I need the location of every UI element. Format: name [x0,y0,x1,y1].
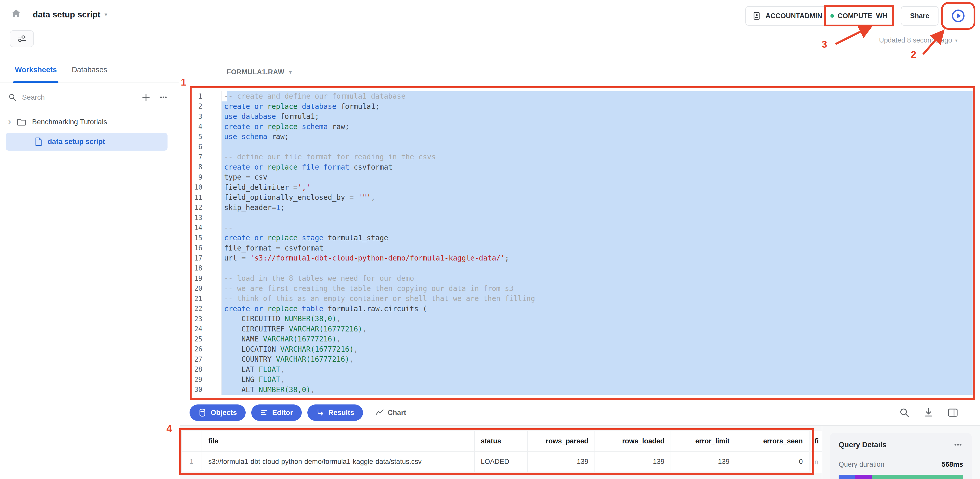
duration-bar-segment-1 [838,475,855,479]
code-line[interactable]: 13 [192,213,972,223]
duration-bar-segment-2 [855,475,872,479]
results-overflow-column: fi n [811,431,822,473]
plus-icon [142,93,151,102]
warehouse-label: COMPUTE_WH [838,12,888,20]
column-header-error_limit[interactable]: error_limit [671,431,736,451]
updated-status-dropdown[interactable]: Updated 8 seconds ago ▾ [879,37,958,44]
results-panel: filestatusrows_parsedrows_loadederror_li… [180,425,980,479]
code-line[interactable]: 29 LNG FLOAT, [192,374,972,385]
code-line[interactable]: 5use schema raw; [192,132,972,142]
download-icon[interactable] [923,407,934,418]
code-line[interactable]: 26 LOCATION VARCHAR(16777216), [192,344,972,355]
ellipsis-icon [159,92,168,102]
code-line[interactable]: 23 CIRCUITID NUMBER(38,0), [192,314,972,324]
context-selector[interactable]: ACCOUNTADMIN COMPUTE_WH [745,6,894,25]
database-context-dropdown[interactable]: FORMULA1.RAW ▾ [227,68,292,76]
column-header-errors_seen[interactable]: errors_seen [736,431,809,451]
code-line[interactable]: 2create or replace database formula1; [192,102,972,112]
play-icon [951,9,966,23]
cell-rows_parsed: 139 [528,451,595,472]
code-line[interactable]: 22create or replace table formula1.raw.c… [192,304,972,314]
code-text: type = csv [221,172,972,182]
sliders-icon [16,34,27,43]
code-line[interactable]: 4create or replace schema raw; [192,122,972,132]
code-line[interactable]: 10field_delimiter =',' [192,182,972,193]
objects-button[interactable]: Objects [189,404,246,421]
column-header-rows_loaded[interactable]: rows_loaded [595,431,671,451]
tree-item-data-setup-script[interactable]: data setup script [6,133,167,151]
results-data-row[interactable]: 1s3://formula1-dbt-cloud-python-demo/for… [181,451,809,472]
line-number: 10 [192,183,221,191]
code-line[interactable]: 24 CIRCUITREF VARCHAR(16777216), [192,324,972,334]
warehouse-selector[interactable]: COMPUTE_WH [827,8,891,24]
code-line[interactable]: 3use database formula1; [192,111,972,122]
code-line[interactable]: 25 NAME VARCHAR(16777216), [192,334,972,344]
code-line[interactable]: 20-- we are first creating the table the… [192,283,972,294]
line-number: 13 [192,214,221,221]
code-text: CIRCUITREF VARCHAR(16777216), [221,324,972,334]
code-line[interactable]: 27 COUNTRY VARCHAR(16777216), [192,354,972,364]
code-line[interactable]: 9type = csv [192,172,972,182]
code-line[interactable]: 11field_optionally_enclosed_by = '"', [192,193,972,203]
code-text: create or replace file format csvformat [221,162,972,172]
split-view-icon[interactable] [947,407,958,418]
share-button[interactable]: Share [901,6,939,25]
code-line[interactable]: 6 [192,142,972,152]
code-line[interactable]: 30 ALT NUMBER(38,0), [192,385,972,395]
cell-status: LOADED [474,451,528,472]
search-results-icon[interactable] [899,407,910,418]
code-line[interactable]: 17url = 's3://formula1-dbt-cloud-python-… [192,253,972,263]
query-details-menu-icon[interactable] [953,439,963,450]
role-selector[interactable]: ACCOUNTADMIN [752,11,822,21]
search-input[interactable]: Search [22,93,135,102]
line-number: 25 [192,335,221,343]
code-line[interactable]: 12skip_header=1; [192,203,972,213]
code-text: -- load in the 8 tables we need for our … [221,273,972,283]
chart-tab[interactable]: Chart [375,409,406,417]
run-button[interactable] [945,6,971,25]
line-number: 27 [192,355,221,363]
code-line[interactable]: 7-- define our file format for reading i… [192,152,972,162]
new-worksheet-button[interactable] [140,91,152,103]
column-header-status[interactable]: status [474,431,528,451]
column-header-rownum[interactable] [181,431,202,451]
code-line[interactable]: 21-- think of this as an empty container… [192,294,972,304]
tab-databases[interactable]: Databases [72,57,107,82]
sidebar: Worksheets Databases Search [0,57,179,479]
line-number: 5 [192,133,221,141]
worksheet-title-dropdown[interactable]: data setup script ▾ [33,10,107,19]
column-header-rows_parsed[interactable]: rows_parsed [528,431,595,451]
line-number: 18 [192,264,221,272]
tab-worksheets[interactable]: Worksheets [15,57,57,82]
results-table[interactable]: filestatusrows_parsedrows_loadederror_li… [181,431,810,472]
sql-editor[interactable]: 1-- create and define our formula1 datab… [192,88,972,398]
code-line[interactable]: 15create or replace stage formula1_stage [192,233,972,243]
filters-button[interactable] [10,30,34,47]
code-line[interactable]: 1-- create and define our formula1 datab… [192,91,972,102]
cell-rownum: 1 [181,451,202,472]
code-line[interactable]: 14-- [192,223,972,233]
code-line[interactable]: 16file_format = csvformat [192,243,972,253]
editor-button[interactable]: Editor [251,404,302,421]
code-text: CIRCUITID NUMBER(38,0), [221,314,972,324]
line-number: 4 [192,123,221,130]
header-actions: ACCOUNTADMIN COMPUTE_WH Share [745,6,971,25]
code-line[interactable]: 18 [192,263,972,274]
updated-text: Updated 8 seconds ago [879,37,952,44]
code-line[interactable]: 19-- load in the 8 tables we need for ou… [192,273,972,283]
bottom-toolbar: Objects Editor Results [189,404,406,421]
code-text: create or replace table formula1.raw.cir… [221,304,972,314]
code-line[interactable]: 8create or replace file format csvformat [192,162,972,172]
more-options-button[interactable] [157,91,170,103]
caret-down-icon: ▾ [289,69,292,76]
line-number: 16 [192,244,221,252]
code-line[interactable]: 28 LAT FLOAT, [192,364,972,375]
column-header-file[interactable]: file [202,431,474,451]
home-button[interactable] [8,6,25,22]
chart-line-icon [375,409,384,417]
tree-folder-benchmarking-tutorials[interactable]: › Benchmarking Tutorials [0,115,179,129]
results-button[interactable]: Results [307,404,363,421]
cell-error_limit: 139 [671,451,736,472]
line-number: 3 [192,113,221,120]
code-text [221,263,972,274]
